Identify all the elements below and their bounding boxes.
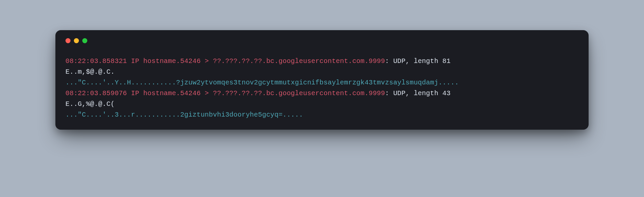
terminal-line: E..G,%@.@.C( xyxy=(65,99,579,110)
terminal-segment: E..m,$@.@.C. xyxy=(65,68,114,76)
close-icon[interactable] xyxy=(65,38,71,43)
terminal-line: ..."C....'..Y..H...........?jzuw2ytvomqe… xyxy=(65,77,579,88)
terminal-line: ..."C....'..3...r...........2giztunbvhi3… xyxy=(65,110,579,120)
terminal-line: E..m,$@.@.C. xyxy=(65,67,579,77)
terminal-output: 08:22:03.858321 IP hostname.54246 > ??.?… xyxy=(65,56,579,120)
terminal-segment: 08:22:03.859076 IP hostname.54246 > ??.?… xyxy=(65,89,385,97)
minimize-icon[interactable] xyxy=(74,38,79,43)
terminal-segment: 08:22:03.858321 IP hostname.54246 > ??.?… xyxy=(65,57,385,65)
terminal-segment: : UDP, length 43 xyxy=(385,89,451,97)
terminal-segment: E..G,%@.@.C( xyxy=(65,100,114,108)
terminal-window: 08:22:03.858321 IP hostname.54246 > ??.?… xyxy=(55,30,589,130)
window-titlebar xyxy=(65,38,579,43)
terminal-line: 08:22:03.858321 IP hostname.54246 > ??.?… xyxy=(65,56,579,67)
terminal-segment: ..."C....'..3...r...........2giztunbvhi3… xyxy=(65,111,303,119)
terminal-segment: ..."C....'..Y..H...........?jzuw2ytvomqe… xyxy=(65,79,459,86)
terminal-line: 08:22:03.859076 IP hostname.54246 > ??.?… xyxy=(65,88,579,99)
terminal-segment: : UDP, length 81 xyxy=(385,57,451,65)
maximize-icon[interactable] xyxy=(82,38,87,43)
